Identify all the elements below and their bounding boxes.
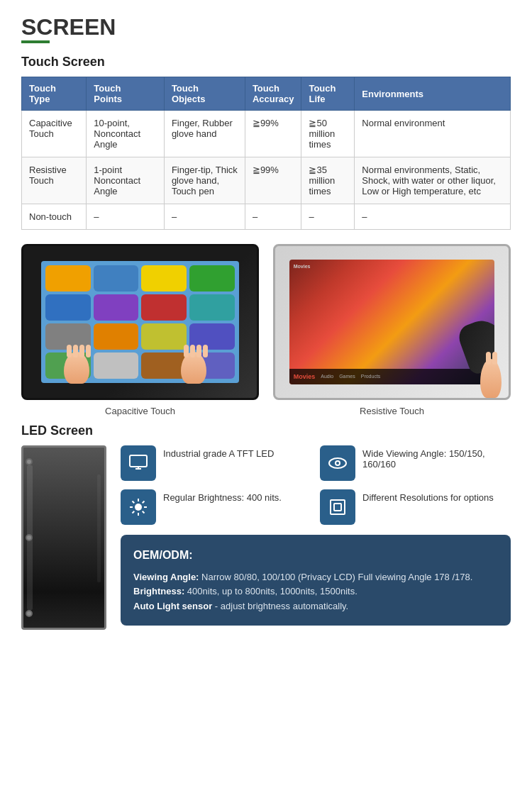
- table-cell-accuracy: ≧99%: [245, 111, 301, 157]
- table-cell-environments: –: [355, 204, 511, 230]
- table-cell-environments: Normal environments, Static, Shock, with…: [355, 157, 511, 204]
- svg-line-13: [143, 501, 145, 504]
- table-cell-objects: Finger, Rubber glove hand: [164, 111, 245, 157]
- monitor-feature-text: Industrial grade A TFT LED: [163, 445, 274, 459]
- resistive-image-container: Movies Movies Audio Games Products Resis…: [273, 244, 511, 416]
- oem-auto-light: Auto Light sensor - adjust brightness au…: [133, 599, 498, 614]
- touch-screen-table: TouchType TouchPoints TouchObjects Touch…: [21, 77, 511, 230]
- oem-title: OEM/ODM:: [133, 546, 498, 565]
- svg-rect-16: [334, 504, 341, 511]
- table-cell-objects: –: [164, 204, 245, 230]
- brightness-label: Brightness:: [133, 586, 184, 596]
- capacitive-image-box: [21, 244, 259, 400]
- col-touch-accuracy: TouchAccuracy: [245, 77, 301, 111]
- monitor-icon: [128, 453, 148, 473]
- col-touch-objects: TouchObjects: [164, 77, 245, 111]
- table-cell-points: 10-point, Noncontact Angle: [87, 111, 165, 157]
- touch-screen-title: Touch Screen: [21, 55, 511, 70]
- table-cell-points: –: [87, 204, 165, 230]
- table-row: Non-touch–––––: [22, 204, 511, 230]
- col-touch-type: TouchType: [22, 77, 87, 111]
- eye-icon: [328, 453, 348, 473]
- table-cell-type: Resistive Touch: [22, 157, 87, 204]
- table-row: Capacitive Touch10-point, Noncontact Ang…: [22, 111, 511, 157]
- svg-line-11: [133, 501, 135, 504]
- table-cell-type: Capacitive Touch: [22, 111, 87, 157]
- viewing-angle-text: Narrow 80/80, 100/100 (Privacy LCD) Full…: [201, 572, 472, 582]
- oem-viewing-angle: Viewing Angle: Narrow 80/80, 100/100 (Pr…: [133, 570, 498, 585]
- viewing-angle-label: Viewing Angle:: [133, 572, 199, 582]
- resistive-caption: Resistive Touch: [360, 406, 424, 416]
- led-section: LED Screen Indu: [21, 423, 511, 630]
- table-cell-points: 1-point Noncontact Angle: [87, 157, 165, 204]
- table-cell-life: –: [301, 204, 355, 230]
- brightness-icon: [128, 497, 148, 517]
- resolution-icon: [328, 497, 348, 517]
- svg-line-14: [133, 511, 135, 513]
- table-cell-objects: Finger-tip, Thick glove hand, Touch pen: [164, 157, 245, 204]
- table-cell-accuracy: ≧99%: [245, 157, 301, 204]
- resolution-icon-box: [320, 489, 355, 525]
- table-cell-life: ≧50 million times: [301, 111, 355, 157]
- eye-icon-box: [320, 445, 355, 481]
- col-touch-points: TouchPoints: [87, 77, 165, 111]
- brightness-icon-box: [121, 489, 156, 525]
- table-cell-life: ≧35 million times: [301, 157, 355, 204]
- led-feature-monitor: Industrial grade A TFT LED: [121, 445, 311, 481]
- monitor-icon-box: [121, 445, 156, 481]
- table-cell-environments: Normal environment: [355, 111, 511, 157]
- touch-images-section: Capacitive Touch Movies Movies Audio Gam…: [21, 244, 511, 416]
- col-touch-life: TouchLife: [301, 77, 355, 111]
- svg-point-5: [336, 462, 339, 465]
- capacitive-image-container: Capacitive Touch: [21, 244, 259, 416]
- svg-line-12: [143, 511, 145, 513]
- page-title: SCREEN: [21, 14, 511, 40]
- col-environments: Environments: [355, 77, 511, 111]
- led-feature-resolution: Different Resolutions for options: [320, 489, 511, 525]
- svg-rect-15: [331, 500, 345, 514]
- led-feature-eye: Wide Viewing Angle: 150/150, 160/160: [320, 445, 511, 481]
- led-feature-brightness: Regular Brightness: 400 nits.: [121, 489, 311, 525]
- svg-rect-0: [130, 455, 147, 467]
- led-panel-image: [21, 445, 106, 630]
- led-screen-title: LED Screen: [21, 423, 511, 438]
- title-underline: [21, 40, 50, 43]
- oem-box: OEM/ODM: Viewing Angle: Narrow 80/80, 10…: [121, 535, 511, 626]
- table-cell-type: Non-touch: [22, 204, 87, 230]
- svg-point-6: [135, 504, 142, 511]
- auto-light-text: - adjust brightness automatically.: [215, 601, 348, 611]
- table-cell-accuracy: –: [245, 204, 301, 230]
- resolution-feature-text: Different Resolutions for options: [362, 489, 494, 503]
- auto-light-label: Auto Light sensor: [133, 601, 212, 611]
- eye-feature-text: Wide Viewing Angle: 150/150, 160/160: [362, 445, 511, 470]
- resistive-image-box: Movies Movies Audio Games Products: [273, 244, 511, 400]
- oem-brightness: Brightness: 400nits, up to 800nits, 1000…: [133, 584, 498, 599]
- led-features: Industrial grade A TFT LED Wide Viewing …: [121, 445, 511, 630]
- capacitive-caption: Capacitive Touch: [105, 406, 175, 416]
- led-content: Industrial grade A TFT LED Wide Viewing …: [21, 445, 511, 630]
- led-features-grid: Industrial grade A TFT LED Wide Viewing …: [121, 445, 511, 525]
- brightness-text: 400nits, up to 800nits, 1000nits, 1500ni…: [187, 586, 358, 596]
- table-row: Resistive Touch1-point Noncontact AngleF…: [22, 157, 511, 204]
- brightness-feature-text: Regular Brightness: 400 nits.: [163, 489, 282, 503]
